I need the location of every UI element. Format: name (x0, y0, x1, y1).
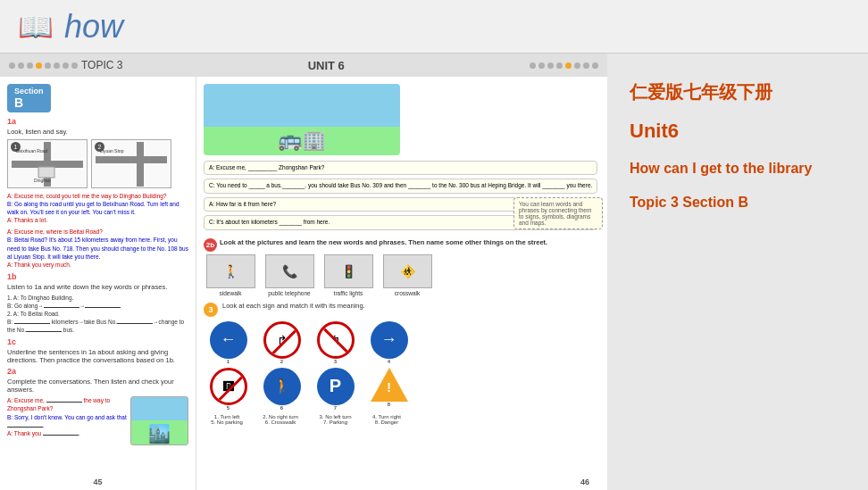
left-page-number: 45 (93, 478, 102, 486)
activity-1b-items: 1. A: To Dinghao Building. B: Go along→→… (7, 294, 188, 334)
sign-1-number: 1 (227, 359, 230, 364)
street-scene-image: 🚌🏢 (204, 84, 400, 155)
sidewalk-image: 🚶 (206, 254, 255, 288)
speaker-a3-text: A: Excuse me, where is Beitai Road? (7, 228, 103, 235)
traffic-lights-label: traffic lights (334, 290, 363, 296)
activity-2a-instruction: Complete the conversations. Then listen … (7, 378, 188, 394)
activity-2a-content: A: Excuse me, the way to Zhongshan Park?… (7, 396, 188, 445)
sign-label-4: 4. Turn right 8. Danger (364, 414, 409, 425)
svg-text:Beixihuan Road: Beixihuan Road (16, 148, 48, 154)
sign-7-number: 7 (334, 405, 337, 411)
svg-text:Dinghao: Dinghao (34, 178, 51, 183)
sign-3-icon: ↰ (317, 321, 355, 359)
sign-8: ! 8 (364, 368, 413, 411)
sign-4: → 4 (364, 321, 413, 364)
sign-7: P 7 (311, 368, 360, 411)
activity-2b-num: 2b (204, 238, 217, 252)
crosswalk-label: crosswalk (395, 290, 421, 296)
activity-1a-instruction: Look, listen and say. (7, 128, 188, 136)
road-diagram-2: 2 Liyuan Stop (91, 139, 171, 188)
street-item-traffic-lights: 🚦 traffic lights (321, 254, 375, 296)
topic-label: TOPIC 3 (81, 59, 122, 71)
sidebar-unit: Unit6 (630, 120, 846, 143)
speaker-a4-text: A: Thank you very much. (7, 262, 71, 268)
telephone-image: 📞 (265, 254, 314, 288)
right-page: 🚌🏢 A: Excuse me, _________ Zhongshan Par… (196, 77, 607, 490)
speaker-a2-text: A: Thanks a lot. (7, 217, 47, 223)
sign-5-icon: 🅿 (210, 368, 247, 405)
info-note-text: You can learn words and phrases by conne… (519, 201, 591, 226)
topic-bar: TOPIC 3 UNIT 6 (0, 54, 607, 77)
sign-label-1: 1. Turn left 5. No parking (204, 414, 250, 425)
activity-3-num: 3 (204, 303, 218, 317)
svg-rect-4 (38, 167, 54, 178)
main-layout: TOPIC 3 UNIT 6 SectionB (0, 54, 868, 490)
activity-1c-label: 1c (7, 337, 188, 346)
sign-4-icon: → (371, 321, 408, 359)
dialog-2a: A: Excuse me, the way to Zhongshan Park?… (7, 396, 127, 442)
dialog-a2-text: A: How far is it from here? (209, 201, 276, 207)
sidebar-topic-title: How can I get to the library (630, 159, 846, 179)
sign-7-icon: P (317, 368, 355, 405)
sign-2: ↱ 2 (257, 321, 306, 364)
sign-8-icon: ! (371, 368, 408, 402)
left-page: SectionB 1a Look, listen and say. 1 Beix… (0, 77, 196, 490)
sign-label-3: 3. No left turn 7. Parking (311, 414, 360, 425)
street-items-row: 🚶 sidewalk 📞 public telephone 🚦 traffic … (204, 254, 600, 296)
header-title: how (64, 8, 123, 46)
speech-bubble-a: A: Excuse me, _________ Zhongshan Park? (204, 161, 597, 175)
sign-3-number: 3 (334, 359, 337, 364)
signs-row-2: 🅿 5 🚶 6 P 7 (204, 368, 600, 411)
activity-2b-instruction: Look at the pictures and learn the new w… (220, 238, 547, 246)
telephone-label: public telephone (268, 290, 310, 296)
sign-label-2: 2. No right turn 6. Crosswalk (255, 414, 306, 425)
header: 📖 how (0, 0, 868, 54)
activity-1c-instruction: Underline the sentences in 1a about aski… (7, 348, 188, 364)
sign-6-number: 6 (280, 405, 283, 411)
sign-4-number: 4 (388, 359, 390, 364)
street-item-sidewalk: 🚶 sidewalk (204, 254, 257, 296)
sign-5-number: 5 (227, 405, 230, 411)
road-diagrams: 1 Beixihuan Road Dinghao 2 (7, 139, 188, 188)
dialog-1a: A: Excuse me, could you tell me the way … (7, 192, 188, 224)
book-panel: TOPIC 3 UNIT 6 SectionB (0, 54, 607, 490)
activity-1b-instruction: Listen to 1a and write down the key word… (7, 283, 188, 291)
sign-5: 🅿 5 (204, 368, 253, 411)
activity-3-instruction: Look at each sign and match it with its … (222, 302, 600, 310)
sign-8-number: 8 (388, 402, 390, 407)
street-item-crosswalk: 🚸 crosswalk (380, 254, 434, 296)
book-content: SectionB 1a Look, listen and say. 1 Beix… (0, 77, 607, 490)
unit-label: UNIT 6 (308, 59, 345, 72)
sign-labels-1: 1. Turn left 5. No parking 2. No right t… (204, 414, 600, 425)
dialog-c-text: C: You need to _____ a bus._______. you … (209, 182, 592, 188)
speaker-b-text: B: Go along this road until you get to B… (7, 201, 179, 215)
right-sidebar: 仁爱版七年级下册 Unit6 How can I get to the libr… (607, 54, 868, 490)
right-page-number: 46 (580, 478, 589, 486)
svg-text:Liyuan Stop: Liyuan Stop (100, 148, 124, 154)
sidewalk-label: sidewalk (220, 290, 242, 296)
sign-6: 🚶 6 (257, 368, 306, 411)
sign-6-icon: 🚶 (263, 368, 301, 405)
traffic-lights-image: 🚦 (324, 254, 373, 288)
sign-2-number: 2 (280, 359, 283, 364)
activity-1b-label: 1b (7, 272, 188, 281)
dialog-1a-2: A: Excuse me, where is Beitai Road? B: B… (7, 228, 188, 268)
activity-3: 3 Look at each sign and match it with it… (204, 302, 600, 425)
signs-container: ← 1 ↱ 2 (204, 321, 600, 364)
section-badge: SectionB (7, 84, 51, 112)
activity-2a-label: 2a (7, 367, 188, 376)
info-note: You can learn words and phrases by conne… (513, 197, 603, 229)
sign-1-icon: ← (210, 321, 247, 359)
dialog-c2-text: C: It's about ten kilometers _______ fro… (209, 219, 330, 225)
sign-3: ↰ 3 (311, 321, 360, 364)
sign-2-icon: ↱ (263, 321, 301, 359)
sidebar-book-title: 仁爱版七年级下册 (630, 80, 846, 104)
dialog-a-text: A: Excuse me, _________ Zhongshan Park? (209, 164, 324, 170)
road-diagram-1: 1 Beixihuan Road Dinghao (7, 139, 88, 188)
activity-2b: 2b Look at the pictures and learn the ne… (204, 238, 600, 296)
speaker-a-text: A: Excuse me, could you tell me the way … (7, 193, 167, 199)
sidebar-section: Topic 3 Section B (630, 195, 846, 211)
speech-bubble-c: C: You need to _____ a bus._______. you … (204, 179, 597, 193)
street-item-telephone: 📞 public telephone (263, 254, 316, 296)
book-icon: 📖 (18, 10, 54, 44)
